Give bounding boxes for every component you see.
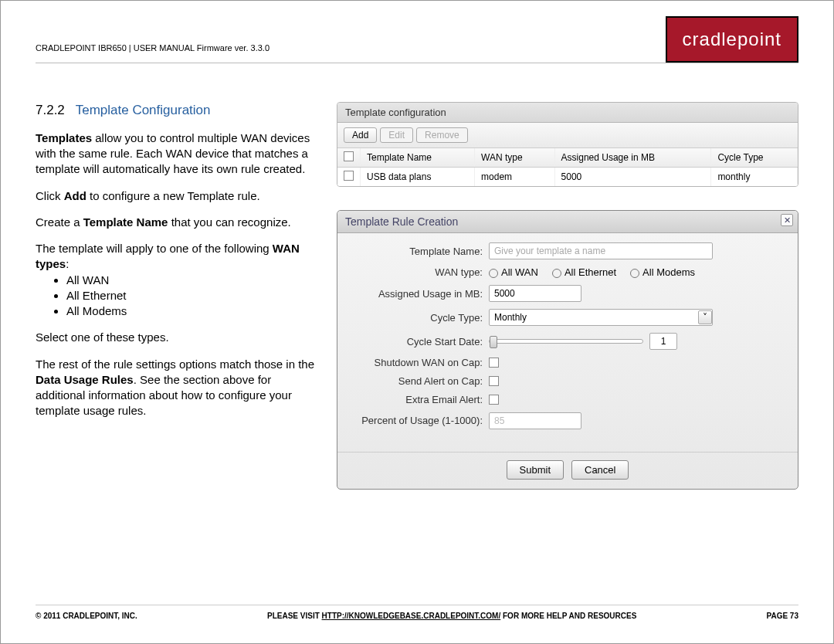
col-template-name: Template Name — [361, 148, 475, 168]
label-template-name: Template Name: — [350, 246, 489, 257]
brand-logo: cradlepoint — [666, 16, 798, 63]
wan-type-item: All Ethernet — [66, 288, 321, 303]
wan-type-item: All WAN — [66, 273, 321, 288]
percent-input[interactable]: 85 — [489, 412, 581, 429]
assigned-usage-input[interactable]: 5000 — [489, 285, 581, 302]
label-cycle-start: Cycle Start Date: — [350, 336, 489, 347]
edit-button[interactable]: Edit — [380, 127, 413, 143]
col-cycle-type: Cycle Type — [711, 148, 798, 168]
cycle-start-value[interactable]: 1 — [649, 333, 677, 350]
row-checkbox[interactable] — [344, 171, 354, 181]
panel-title: Template configuration — [337, 103, 798, 123]
toolbar: Add Edit Remove — [337, 123, 798, 148]
footer-help: PLEASE VISIT HTTP://KNOWLEDGEBASE.CRADLE… — [267, 612, 636, 620]
cancel-button[interactable]: Cancel — [571, 460, 629, 480]
header-text: CRADLEPOINT IBR650 | USER MANUAL Firmwar… — [36, 43, 270, 53]
close-icon[interactable]: ✕ — [781, 214, 793, 226]
section-heading: 7.2.2 Template Configuration — [36, 102, 321, 120]
page-footer: © 2011 CRADLEPOINT, INC. PLEASE VISIT HT… — [36, 605, 798, 620]
footer-page: PAGE 73 — [766, 612, 798, 620]
add-button[interactable]: Add — [344, 127, 377, 143]
col-assigned-usage: Assigned Usage in MB — [554, 148, 711, 168]
template-config-panel: Template configuration Add Edit Remove T… — [337, 102, 798, 187]
footer-copyright: © 2011 CRADLEPOINT, INC. — [36, 612, 137, 620]
remove-button[interactable]: Remove — [416, 127, 468, 143]
page-header: CRADLEPOINT IBR650 | USER MANUAL Firmwar… — [36, 16, 798, 63]
label-shutdown: Shutdown WAN on Cap: — [350, 357, 489, 368]
label-email: Extra Email Alert: — [350, 394, 489, 405]
col-wan-type: WAN type — [475, 148, 554, 168]
footer-link[interactable]: HTTP://KNOWLEDGEBASE.CRADLEPOINT.COM/ — [322, 612, 501, 620]
label-cycle-type: Cycle Type: — [350, 312, 489, 324]
label-wan-type: WAN type: — [350, 266, 489, 278]
wan-type-item: All Modems — [66, 303, 321, 319]
shutdown-checkbox[interactable] — [489, 358, 499, 368]
radio-all-wan[interactable]: All WAN — [489, 266, 538, 278]
submit-button[interactable]: Submit — [507, 460, 564, 480]
chevron-down-icon: ˅ — [698, 310, 712, 324]
dialog-title: Template Rule Creation ✕ — [337, 211, 798, 233]
templates-table: Template Name WAN type Assigned Usage in… — [337, 148, 798, 186]
template-name-input[interactable]: Give your template a name — [489, 242, 713, 259]
label-percent: Percent of Usage (1-1000): — [350, 415, 489, 427]
label-assigned-usage: Assigned Usage in MB: — [350, 288, 489, 300]
template-rule-creation-dialog: Template Rule Creation ✕ Template Name: … — [337, 210, 798, 490]
col-checkbox[interactable] — [337, 148, 361, 168]
radio-all-ethernet[interactable]: All Ethernet — [552, 266, 616, 278]
cycle-start-slider[interactable] — [489, 339, 643, 344]
document-body: 7.2.2 Template Configuration Templates a… — [36, 102, 321, 490]
table-row[interactable]: USB data plans modem 5000 monthly — [337, 168, 798, 187]
alert-checkbox[interactable] — [489, 376, 499, 386]
email-checkbox[interactable] — [489, 395, 499, 405]
cycle-type-select[interactable]: Monthly ˅ — [489, 309, 713, 326]
label-alert: Send Alert on Cap: — [350, 375, 489, 387]
radio-all-modems[interactable]: All Modems — [630, 266, 695, 278]
